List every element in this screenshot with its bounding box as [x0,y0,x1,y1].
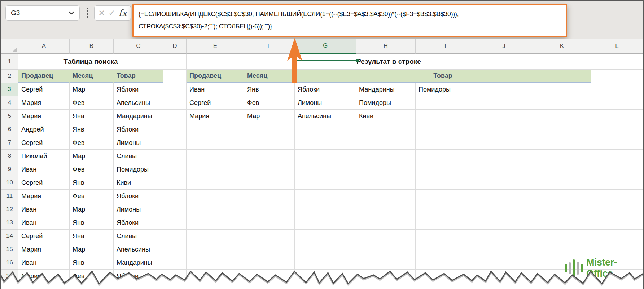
cell-L9[interactable] [591,163,643,176]
cell-F11[interactable] [244,190,295,203]
cell-G4[interactable]: Лимоны [295,96,356,110]
cell-F5[interactable]: Мар [244,110,295,123]
cell-D3[interactable] [163,83,187,96]
cell-H15[interactable] [356,243,416,256]
cell-E8[interactable] [187,150,244,163]
cell-G10[interactable] [295,176,356,190]
cell-K8[interactable] [533,150,591,163]
cell-I5[interactable] [416,110,475,123]
cell-C17[interactable]: Яблоки [114,270,163,283]
row-header-4[interactable]: 4 [1,96,18,110]
row-header-5[interactable]: 5 [1,110,18,123]
cell-A13[interactable]: Иван [18,216,70,230]
cell-I7[interactable] [416,136,475,150]
cell-K15[interactable] [533,243,591,256]
row-header-2[interactable]: 2 [1,70,18,83]
cell-F12[interactable] [244,203,295,216]
cell-G7[interactable] [295,136,356,150]
cell-G17[interactable] [295,270,356,283]
cell-E13[interactable] [187,216,244,230]
column-header-J[interactable]: J [475,39,533,54]
cell-H17[interactable] [356,270,416,283]
cell-J3[interactable] [475,83,533,96]
cell-L6[interactable] [591,123,643,136]
cell-B12[interactable]: Мар [70,203,114,216]
cell-J9[interactable] [475,163,533,176]
cell-B10[interactable]: Янв [70,176,114,190]
cell-I4[interactable] [416,96,475,110]
column-header-K[interactable]: K [533,39,591,54]
cell-I9[interactable] [416,163,475,176]
row-header-17[interactable]: 17 [1,270,18,283]
cell-B7[interactable]: Фев [70,136,114,150]
cell-A7[interactable]: Сергей [18,136,70,150]
cell-F14[interactable] [244,230,295,243]
cell-I14[interactable] [416,230,475,243]
cell-D16[interactable] [163,256,187,270]
cell-C3[interactable]: Яблоки [114,83,163,96]
cell-F2-header[interactable]: Месяц [244,70,295,83]
cell-H8[interactable] [356,150,416,163]
cell-L5[interactable] [591,110,643,123]
cell-J13[interactable] [475,216,533,230]
cell-B15[interactable]: Мар [70,243,114,256]
cell-D7[interactable] [163,136,187,150]
cell-G6[interactable] [295,123,356,136]
cell-J11[interactable] [475,190,533,203]
cell-A3[interactable]: Сергей [18,83,70,96]
cell-G5[interactable]: Апельсины [295,110,356,123]
cell-I16[interactable] [416,256,475,270]
cell-L4[interactable] [591,96,643,110]
cell-H14[interactable] [356,230,416,243]
cell-F16[interactable] [244,256,295,270]
cell-J12[interactable] [475,203,533,216]
cell-L10[interactable] [591,176,643,190]
cell-I13[interactable] [416,216,475,230]
cell-B8[interactable]: Мар [70,150,114,163]
cell-C8[interactable]: Сливы [114,150,163,163]
cell-H16[interactable] [356,256,416,270]
cell-A8[interactable]: Николай [18,150,70,163]
cell-B3[interactable]: Мар [70,83,114,96]
cell-A1-merged-title[interactable]: Таблица поиска [18,54,163,70]
cell-F13[interactable] [244,216,295,230]
cell-C15[interactable]: Апельсины [114,243,163,256]
cell-E3[interactable]: Иван [187,83,244,96]
row-header-11[interactable]: 11 [1,190,18,203]
cell-B5[interactable]: Янв [70,110,114,123]
cell-C5[interactable]: Мандарины [114,110,163,123]
cell-I8[interactable] [416,150,475,163]
cell-D4[interactable] [163,96,187,110]
cell-H3[interactable]: Мандарины [356,83,416,96]
cell-G2-merged-header[interactable]: Товар [295,70,591,83]
cell-D12[interactable] [163,203,187,216]
cell-F7[interactable] [244,136,295,150]
cell-B6[interactable]: Янв [70,123,114,136]
cell-L15[interactable] [591,243,643,256]
cell-D14[interactable] [163,230,187,243]
cell-K11[interactable] [533,190,591,203]
cell-L8[interactable] [591,150,643,163]
cell-G11[interactable] [295,190,356,203]
cell-H10[interactable] [356,176,416,190]
cell-G12[interactable] [295,203,356,216]
cell-C12[interactable]: Лимоны [114,203,163,216]
cell-E15[interactable] [187,243,244,256]
cell-L11[interactable] [591,190,643,203]
cell-A4[interactable]: Мария [18,96,70,110]
cell-I10[interactable] [416,176,475,190]
cell-A11[interactable]: Мария [18,190,70,203]
cell-E2-header[interactable]: Продавец [187,70,244,83]
row-header-9[interactable]: 9 [1,163,18,176]
column-header-I[interactable]: I [416,39,475,54]
cell-F15[interactable] [244,243,295,256]
row-header-10[interactable]: 10 [1,176,18,190]
cell-J4[interactable] [475,96,533,110]
cell-H5[interactable]: Киви [356,110,416,123]
cell-J5[interactable] [475,110,533,123]
cell-G8[interactable] [295,150,356,163]
cell-A2-header[interactable]: Продавец [18,70,70,83]
cell-A14[interactable]: Сергей [18,230,70,243]
cell-J16[interactable] [475,256,533,270]
cell-B9[interactable]: Фев [70,163,114,176]
